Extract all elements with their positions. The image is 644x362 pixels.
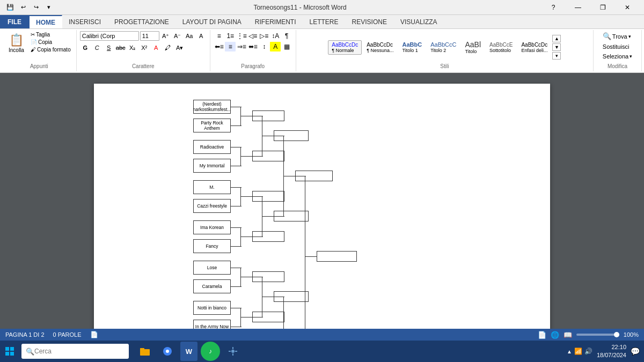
conn-r4-1a bbox=[295, 176, 306, 176]
styles-expand-button[interactable]: ▾ bbox=[552, 52, 561, 60]
seed-3[interactable]: Radioactive bbox=[193, 140, 231, 154]
superscript-button[interactable]: X² bbox=[139, 43, 150, 53]
bullets-button[interactable]: ≡ bbox=[214, 31, 224, 41]
tray-up-arrow[interactable]: ▲ bbox=[567, 349, 572, 354]
styles-down-button[interactable]: ▼ bbox=[552, 43, 561, 51]
font-grow-button[interactable]: A⁺ bbox=[160, 31, 171, 41]
seed-2[interactable]: Party Rock Anthem bbox=[193, 119, 231, 132]
maximize-button[interactable]: ❐ bbox=[590, 0, 615, 15]
font-name-input[interactable] bbox=[80, 31, 139, 41]
justify-button[interactable]: ⬌≡ bbox=[247, 42, 258, 51]
conn-h-1b bbox=[231, 125, 241, 126]
minimize-button[interactable]: — bbox=[566, 0, 590, 15]
sort-button[interactable]: ↕A bbox=[270, 31, 281, 41]
numbering-button[interactable]: 1≡ bbox=[225, 31, 236, 41]
strikethrough-button[interactable]: abc bbox=[115, 43, 126, 53]
line-spacing-button[interactable]: ↕ bbox=[259, 42, 269, 51]
seed-5[interactable]: M. bbox=[193, 180, 231, 194]
zoom-slider[interactable] bbox=[576, 334, 619, 336]
styles-up-button[interactable]: ▲ bbox=[552, 35, 561, 42]
layout-web-icon[interactable]: 🌐 bbox=[551, 331, 559, 339]
close-button[interactable]: ✕ bbox=[615, 0, 640, 15]
style-titolo[interactable]: AaBl Titolo bbox=[461, 39, 485, 56]
seleziona-button[interactable]: Seleziona ▾ bbox=[599, 52, 635, 61]
seed-9[interactable]: Lose bbox=[193, 261, 231, 275]
tab-file[interactable]: FILE bbox=[0, 15, 30, 28]
decrease-indent-button[interactable]: ◁≡ bbox=[247, 31, 258, 41]
seed-12[interactable]: In the Army Now bbox=[193, 320, 231, 329]
taskbar-word-icon[interactable]: W bbox=[180, 342, 197, 361]
tab-layout[interactable]: LAYOUT DI PAGINA bbox=[176, 15, 248, 28]
taskbar-settings-icon[interactable] bbox=[223, 342, 243, 361]
tab-inserisci[interactable]: INSERISCI bbox=[62, 15, 108, 28]
sostituisci-button[interactable]: Sostituisci bbox=[599, 42, 633, 51]
trova-button[interactable]: 🔍 Trova ▾ bbox=[599, 31, 634, 41]
font-case-button[interactable]: Aa bbox=[184, 31, 195, 41]
style-titolo1[interactable]: AaBbC Titolo 1 bbox=[399, 40, 426, 55]
font-color2-button[interactable]: A▾ bbox=[174, 43, 185, 53]
taskbar-search-box[interactable]: 🔍 bbox=[21, 344, 129, 359]
seed-6[interactable]: Cazzi freestyle bbox=[193, 199, 231, 213]
tab-home[interactable]: HOME bbox=[30, 15, 62, 28]
multilevel-button[interactable]: ⋮≡ bbox=[236, 31, 247, 41]
layout-print-icon[interactable]: 📄 bbox=[538, 331, 546, 339]
style-normale[interactable]: AaBbCcDc ¶ Normale bbox=[328, 40, 362, 55]
align-left-button[interactable]: ⬅≡ bbox=[214, 42, 224, 51]
conn-h-5a bbox=[231, 268, 241, 268]
modifica-group: 🔍 Trova ▾ Sostituisci Seleziona ▾ Modifi… bbox=[594, 30, 642, 71]
tab-progettazione[interactable]: PROGETTAZIONE bbox=[108, 15, 176, 28]
taskbar-chrome-icon[interactable] bbox=[158, 342, 177, 361]
taskbar-spotify-icon[interactable]: ♪ bbox=[201, 342, 220, 361]
underline-button[interactable]: S bbox=[104, 43, 114, 53]
notification-icon[interactable]: 💬 bbox=[631, 347, 640, 356]
align-right-button[interactable]: ⇒≡ bbox=[236, 42, 247, 51]
language-icon[interactable]: 📄 bbox=[90, 331, 98, 338]
taskbar-clock[interactable]: 22:10 18/07/2024 bbox=[597, 343, 626, 360]
save-button[interactable]: 💾 bbox=[4, 2, 16, 13]
highlight-button[interactable]: 🖍 bbox=[163, 43, 173, 53]
taskbar-explorer-icon[interactable] bbox=[135, 342, 155, 361]
start-button[interactable] bbox=[0, 342, 19, 361]
increase-indent-button[interactable]: ▷≡ bbox=[259, 31, 269, 41]
italic-button[interactable]: C bbox=[92, 43, 103, 53]
undo-button[interactable]: ↩ bbox=[17, 2, 29, 13]
svg-rect-2 bbox=[5, 352, 9, 356]
layout-read-icon[interactable]: 📖 bbox=[564, 331, 572, 339]
seed-7[interactable]: Ima Korean bbox=[193, 220, 231, 234]
seed-4[interactable]: My Immortal bbox=[193, 159, 231, 173]
incolla-button[interactable]: 📋 Incolla bbox=[5, 31, 27, 55]
redo-button[interactable]: ↪ bbox=[30, 2, 42, 13]
bold-button[interactable]: G bbox=[80, 43, 91, 53]
style-titolo2[interactable]: AaBbCcC Titolo 2 bbox=[427, 40, 460, 55]
seed-10[interactable]: Caramela bbox=[193, 279, 231, 293]
help-button[interactable]: ? bbox=[541, 0, 566, 15]
font-shrink-button[interactable]: A⁻ bbox=[172, 31, 183, 41]
tab-riferimenti[interactable]: RIFERIMENTI bbox=[248, 15, 303, 28]
tab-lettere[interactable]: LETTERE bbox=[303, 15, 346, 28]
shading-button[interactable]: A bbox=[270, 42, 281, 51]
svg-rect-3 bbox=[10, 352, 14, 356]
style-nessuna[interactable]: AaBbCcDc ¶ Nessuna... bbox=[363, 40, 397, 55]
final-box[interactable] bbox=[317, 251, 357, 262]
show-marks-button[interactable]: ¶ bbox=[281, 31, 292, 41]
font-size-input[interactable] bbox=[140, 31, 159, 41]
style-sottotitolo[interactable]: AaBbCcE Sottotitolo bbox=[486, 40, 516, 55]
clear-format-button[interactable]: A bbox=[196, 31, 207, 41]
search-input[interactable] bbox=[34, 348, 120, 355]
style-enfasi[interactable]: AaBbCcDc Enfasi deli... bbox=[517, 40, 551, 55]
conn-h-2c bbox=[240, 156, 252, 157]
tab-revisione[interactable]: REVISIONE bbox=[346, 15, 394, 28]
seed-1[interactable]: (Nerdest) narkostikumsfest... bbox=[193, 100, 231, 114]
align-center-button[interactable]: ≡ bbox=[225, 42, 236, 51]
copia-formato-button[interactable]: 🖌Copia formato bbox=[28, 46, 73, 53]
taglia-button[interactable]: ✂Taglia bbox=[28, 31, 73, 38]
subscript-button[interactable]: X₂ bbox=[127, 43, 138, 53]
qat-customize-button[interactable]: ▾ bbox=[43, 2, 55, 13]
copia-button[interactable]: 📄Copia bbox=[28, 39, 73, 46]
seed-11[interactable]: Notti in bianco bbox=[193, 301, 231, 315]
font-color-button[interactable]: A bbox=[151, 43, 162, 53]
modifica-content: 🔍 Trova ▾ Sostituisci Seleziona ▾ bbox=[599, 31, 635, 63]
tab-visualizza[interactable]: VISUALIZZA bbox=[394, 15, 444, 28]
seed-8[interactable]: Fancy bbox=[193, 239, 231, 253]
borders-button[interactable]: ▦ bbox=[281, 42, 292, 51]
